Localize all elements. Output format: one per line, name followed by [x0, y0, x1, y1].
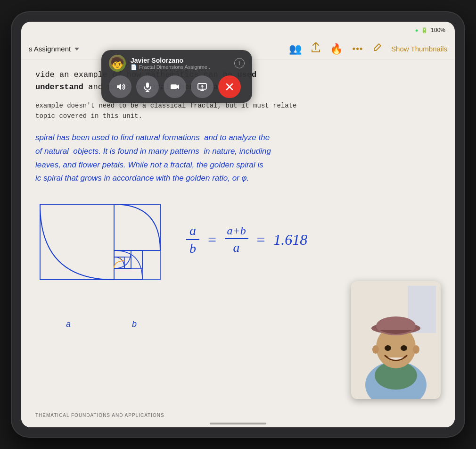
facetime-overlay: 🧒 Javier Solorzano 📄 Fractal Dimensions … [101, 50, 252, 103]
end-call-button[interactable] [218, 75, 241, 98]
hw-line4: ic spiral that grows in accordance with … [35, 172, 441, 185]
subtext-block: example doesn't need to be a classical f… [35, 100, 441, 122]
label-a: a [66, 319, 71, 329]
fire-icon[interactable]: 🔥 [330, 43, 343, 55]
caller-avatar: 🧒 [109, 55, 126, 72]
toolbar-left: s Assignment [29, 45, 79, 53]
ipad-screen: ● 🔋 100% s Assignment 👥 🔥 ••• [21, 22, 455, 427]
status-bar-right: ● 🔋 100% [415, 27, 445, 33]
svg-point-19 [372, 345, 379, 354]
svg-rect-24 [171, 84, 177, 89]
speaker-button[interactable] [109, 75, 131, 98]
facetime-controls [109, 75, 245, 98]
subtext-line1: example doesn't need to be a classical f… [35, 102, 297, 109]
camera-feed [351, 281, 441, 399]
svg-rect-4 [114, 250, 142, 280]
formula-area: a b = a+b a = 1.618 [186, 195, 441, 256]
chevron-down-icon[interactable] [74, 48, 79, 50]
show-thumbnails-button[interactable]: Show Thumbnails [391, 45, 447, 53]
video-button[interactable] [164, 75, 186, 98]
formula-value: 1.618 [273, 231, 307, 249]
person-svg [351, 281, 441, 399]
svg-rect-21 [146, 83, 149, 88]
document-title[interactable]: s Assignment [29, 45, 71, 53]
label-b: b [132, 319, 137, 329]
caller-name: Javier Solorzano [131, 57, 230, 64]
facetime-pill: 🧒 Javier Solorzano 📄 Fractal Dimensions … [101, 50, 252, 103]
pencil-icon[interactable] [372, 43, 382, 55]
fraction-ab: a b [186, 223, 199, 256]
share-icon[interactable] [311, 42, 320, 55]
main-content: vide an example of how mathematics can b… [21, 59, 455, 427]
svg-rect-1 [40, 204, 114, 280]
collab-icon[interactable]: 👥 [289, 43, 302, 55]
doc-icon: 📄 [131, 64, 137, 70]
record-indicator: ● [415, 27, 419, 33]
doc-name: Fractal Dimensions Assignme... [139, 64, 212, 70]
svg-point-17 [385, 345, 391, 351]
frac1-top: a [189, 223, 196, 238]
screen-share-button[interactable] [191, 75, 213, 98]
person-view [351, 281, 441, 399]
svg-point-18 [401, 345, 407, 351]
hw-line1: spiral has been used to find natural for… [35, 131, 441, 145]
facetime-header: 🧒 Javier Solorzano 📄 Fractal Dimensions … [109, 55, 245, 72]
frac1-bottom: b [189, 241, 196, 256]
svg-rect-2 [114, 204, 160, 250]
more-icon[interactable]: ••• [352, 43, 363, 55]
golden-spiral-diagram [35, 195, 167, 317]
handwritten-block: spiral has been used to find natural for… [35, 131, 441, 186]
footer-text: THEMATICAL FOUNDATIONS AND APPLICATIONS [35, 413, 164, 418]
status-bar: ● 🔋 100% [21, 22, 455, 39]
ipad-device: ● 🔋 100% s Assignment 👥 🔥 ••• [12, 12, 464, 437]
equals1: = [207, 231, 217, 249]
battery-icon: 🔋 [421, 27, 428, 33]
frac2-top: a+b [227, 224, 246, 237]
battery-percentage: 100% [431, 27, 445, 33]
caller-info: Javier Solorzano 📄 Fractal Dimensions As… [131, 57, 230, 70]
svg-point-20 [413, 345, 419, 354]
info-icon: i [238, 60, 240, 67]
home-indicator [210, 423, 266, 424]
equals2: = [256, 231, 266, 249]
avatar-emoji: 🧒 [110, 58, 124, 69]
hw-line2: of natural objects. It is found in many … [35, 145, 441, 158]
fraction-aplusb-a: a+b a [225, 224, 248, 255]
mic-button[interactable] [136, 75, 159, 98]
caller-document: 📄 Fractal Dimensions Assignme... [131, 64, 230, 70]
toolbar-right: 👥 🔥 ••• Show Thumbnails [289, 42, 447, 55]
diagram-labels: a b [35, 319, 167, 329]
subtext-line2: topic covered in this unit. [35, 112, 142, 120]
frac2-bottom: a [233, 240, 240, 255]
bold-understand: understand [35, 83, 83, 91]
hw-line3: leaves, and flower petals. While not a f… [35, 158, 441, 172]
info-button[interactable]: i [234, 58, 245, 68]
